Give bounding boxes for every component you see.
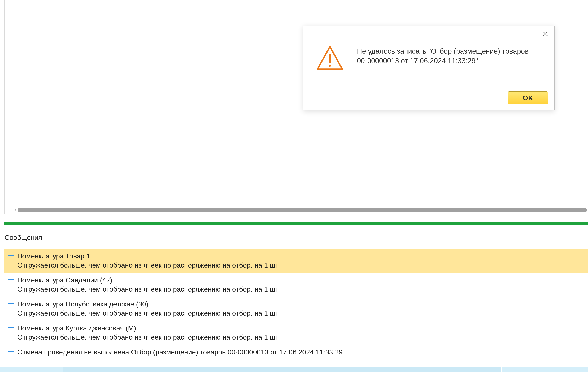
- ok-button-label: OK: [523, 94, 533, 102]
- messages-list: Номенклатура Товар 1Отгружается больше, …: [4, 249, 588, 360]
- message-text: Номенклатура Сандалии (42)Отгружается бо…: [17, 276, 584, 294]
- message-row[interactable]: Отмена проведения не выполнена Отбор (ра…: [4, 345, 588, 360]
- panel-splitter[interactable]: [4, 222, 588, 225]
- dialog-message-line1: Не удалось записать "Отбор (размещение) …: [357, 47, 529, 55]
- dialog-message-line2: 00-00000013 от 17.06.2024 11:33:29"!: [357, 57, 480, 65]
- message-row[interactable]: Номенклатура Товар 1Отгружается больше, …: [4, 249, 588, 273]
- message-line1: Номенклатура Товар 1: [17, 252, 90, 260]
- message-text: Номенклатура Полуботинки детские (30)Отг…: [17, 299, 584, 318]
- message-line1: Отмена проведения не выполнена Отбор (ра…: [17, 348, 343, 356]
- status-bar: [0, 367, 588, 372]
- dialog-message: Не удалось записать "Отбор (размещение) …: [357, 45, 529, 65]
- warning-icon: [316, 44, 344, 73]
- message-text: Номенклатура Товар 1Отгружается больше, …: [17, 252, 584, 270]
- message-line2: Отгружается больше, чем отобрано из ячее…: [17, 333, 584, 342]
- message-line2: Отгружается больше, чем отобрано из ячее…: [17, 261, 584, 270]
- message-dash-icon: [8, 324, 17, 328]
- status-bar-segment: [502, 367, 588, 372]
- message-dash-icon: [8, 252, 17, 256]
- ok-button[interactable]: OK: [508, 92, 548, 105]
- message-text: Отмена проведения не выполнена Отбор (ра…: [17, 348, 584, 357]
- horizontal-scrollbar[interactable]: [13, 208, 587, 213]
- status-bar-segment: [0, 367, 63, 372]
- message-line1: Номенклатура Куртка джинсовая (M): [17, 324, 136, 332]
- status-bar-segment: [63, 367, 502, 372]
- messages-panel-title: Сообщения:: [5, 234, 44, 242]
- message-dash-icon: [8, 299, 17, 304]
- error-dialog: Не удалось записать "Отбор (размещение) …: [303, 25, 555, 110]
- app-viewport: Сообщения: Номенклатура Товар 1Отгружает…: [0, 0, 588, 372]
- message-line2: Отгружается больше, чем отобрано из ячее…: [17, 309, 584, 318]
- message-row[interactable]: Номенклатура Куртка джинсовая (M)Отгружа…: [4, 321, 588, 345]
- message-dash-icon: [8, 348, 17, 352]
- dialog-body: Не удалось записать "Отбор (размещение) …: [316, 45, 546, 73]
- message-line1: Номенклатура Сандалии (42): [17, 276, 112, 284]
- message-row[interactable]: Номенклатура Полуботинки детские (30)Отг…: [4, 297, 588, 321]
- scroll-left-icon[interactable]: [13, 208, 18, 213]
- message-line2: Отгружается больше, чем отобрано из ячее…: [17, 285, 584, 294]
- message-row[interactable]: Номенклатура Сандалии (42)Отгружается бо…: [4, 273, 588, 297]
- message-text: Номенклатура Куртка джинсовая (M)Отгружа…: [17, 324, 584, 342]
- message-line1: Номенклатура Полуботинки детские (30): [17, 300, 148, 308]
- scrollbar-thumb[interactable]: [18, 208, 587, 213]
- svg-point-1: [329, 65, 331, 67]
- close-button[interactable]: [542, 31, 549, 38]
- message-dash-icon: [8, 276, 17, 280]
- close-icon: [543, 31, 548, 38]
